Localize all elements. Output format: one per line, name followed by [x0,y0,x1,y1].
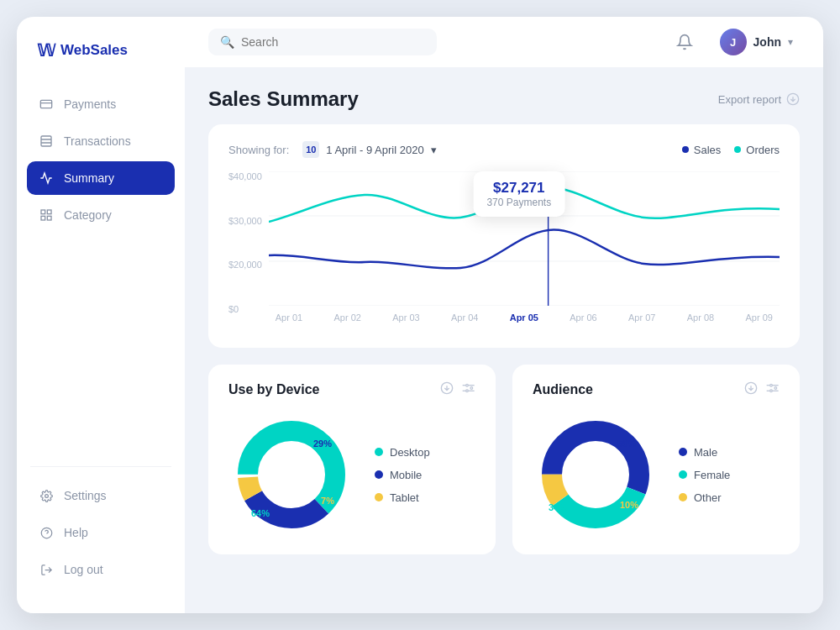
audience-donut-svg: 56% 34% 10% [533,412,659,538]
device-download-icon[interactable] [440,381,454,398]
device-filter-icon[interactable] [462,381,475,398]
legend-label-sales: Sales [694,144,722,156]
device-chart-card: Use by Device [208,365,496,554]
legend-desktop: Desktop [375,446,430,459]
svg-rect-8 [47,216,51,220]
audience-chart-content: 56% 34% 10% Male [533,412,780,538]
sidebar-label-settings: Settings [64,489,107,502]
y-label-30k: $30,000 [228,216,262,226]
legend-label-desktop: Desktop [390,446,430,459]
legend-tablet: Tablet [375,491,430,504]
sidebar-item-settings[interactable]: Settings [27,479,175,512]
svg-rect-2 [41,136,51,146]
sidebar-label-logout: Log out [64,563,103,576]
x-label-apr08: Apr 08 [687,312,714,323]
svg-rect-6 [47,210,51,214]
x-label-apr04: Apr 04 [451,312,478,323]
svg-rect-7 [41,216,45,220]
audience-chart-title: Audience [533,382,593,397]
audience-donut-chart: 56% 34% 10% [533,412,659,538]
sidebar-divider [30,466,171,467]
legend-mobile: Mobile [375,469,430,481]
legend-dot-mobile [375,470,383,479]
svg-point-9 [45,494,48,497]
search-bar[interactable]: 🔍 [208,29,437,55]
x-label-apr02: Apr 02 [334,312,361,323]
sidebar-label-payments: Payments [64,97,116,111]
svg-point-23 [466,390,469,392]
x-label-apr01: Apr 01 [276,312,302,323]
sidebar-item-transactions[interactable]: Transactions [27,124,175,158]
legend-item-sales: Sales [682,144,722,156]
user-name: John [753,35,781,49]
legend-female: Female [679,469,730,481]
svg-text:64%: 64% [251,508,270,518]
audience-download-icon[interactable] [744,381,758,398]
audience-filter-icon[interactable] [766,381,780,398]
payments-icon [39,97,54,112]
sidebar-nav: PaymentsTransactionsSummaryCategory [17,87,185,454]
x-label-apr07: Apr 07 [628,312,655,323]
svg-point-22 [466,384,469,386]
export-button[interactable]: Export report [718,92,800,106]
sidebar-item-summary[interactable]: Summary [27,161,175,195]
y-label-0: $0 [228,304,262,314]
transactions-icon [39,134,54,149]
search-input[interactable] [241,35,425,49]
app-container: 𝕎 WebSales PaymentsTransactionsSummaryCa… [17,17,823,613]
audience-chart-header: Audience [533,381,780,398]
legend-label-male: Male [694,446,717,459]
user-avatar: J [720,29,747,55]
svg-text:10%: 10% [620,500,638,510]
svg-point-47 [564,443,627,507]
chevron-down-icon: ▾ [788,36,793,48]
legend-dot-desktop [375,448,383,456]
date-filter[interactable]: 10 1 April - 9 April 2020 ▾ [302,141,436,158]
legend-dot-male [679,448,687,456]
sidebar-label-category: Category [64,208,112,222]
sidebar-bottom: SettingsHelpLog out [17,479,185,590]
user-menu[interactable]: J John ▾ [713,25,800,59]
svg-point-20 [546,184,551,189]
notification-button[interactable] [669,27,700,57]
sidebar-item-help[interactable]: Help [27,516,175,549]
svg-text:34%: 34% [549,502,567,512]
svg-text:56%: 56% [617,438,636,449]
line-chart [269,171,780,306]
sidebar-label-transactions: Transactions [64,134,131,148]
svg-rect-5 [41,210,45,214]
audience-legend: Male Female Other [679,446,730,504]
gear-icon [39,488,54,503]
y-label-40k: $40,000 [228,171,262,181]
logo-icon: 𝕎 [37,40,55,60]
device-chart-header: Use by Device [228,381,475,398]
chart-controls: Showing for: 10 1 April - 9 April 2020 ▾… [228,141,780,158]
svg-point-37 [770,384,773,386]
svg-point-24 [470,387,473,390]
sidebar-item-logout[interactable]: Log out [27,553,175,586]
svg-point-32 [260,443,323,507]
device-chart-content: 64% 29% 7% Desktop [228,412,475,538]
device-legend: Desktop Mobile Tablet [375,446,430,504]
device-donut-chart: 64% 29% 7% [228,412,354,538]
y-label-20k: $20,000 [228,260,262,270]
device-donut-svg: 64% 29% 7% [228,412,354,538]
legend-item-orders: Orders [734,144,780,156]
legend-label-mobile: Mobile [390,469,422,481]
export-label: Export report [718,93,781,106]
device-chart-actions [440,381,475,398]
chart-icon [39,171,54,186]
legend-dot-female [679,470,687,479]
svg-text:29%: 29% [313,438,332,449]
sales-chart-card: Showing for: 10 1 April - 9 April 2020 ▾… [208,124,800,348]
legend-label-orders: Orders [746,144,780,156]
x-labels: Apr 01 Apr 02 Apr 03 Apr 04 Apr 05 Apr 0… [269,309,780,323]
legend-male: Male [679,446,730,459]
legend-label-female: Female [694,469,730,481]
svg-rect-0 [40,100,51,108]
sidebar: 𝕎 WebSales PaymentsTransactionsSummaryCa… [17,17,185,613]
sidebar-label-summary: Summary [64,171,114,185]
x-label-apr06: Apr 06 [570,312,596,323]
sidebar-item-payments[interactable]: Payments [27,87,175,121]
sidebar-item-category[interactable]: Category [27,198,175,232]
